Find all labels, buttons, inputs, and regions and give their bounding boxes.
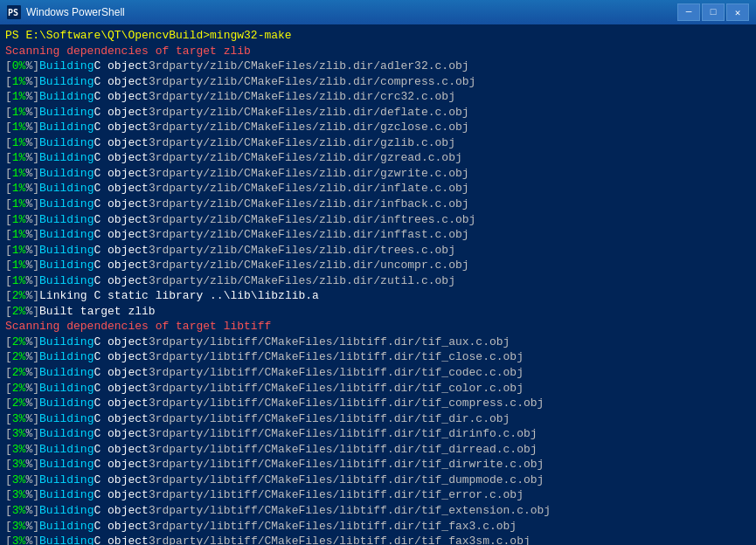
output-line: [ 3%%] Building C object 3rdparty/libtif… xyxy=(5,487,751,503)
close-button[interactable]: ✕ xyxy=(726,3,749,21)
output-line: Scanning dependencies of target libtiff xyxy=(5,319,751,335)
title-bar-text: Windows PowerShell xyxy=(26,6,672,18)
output-line: [ 2%%] Building C object 3rdparty/libtif… xyxy=(5,349,751,365)
output-line: [ 1%%] Building C object 3rdparty/zlib/C… xyxy=(5,197,751,212)
command-text: mingw32-make xyxy=(210,28,292,44)
output-line: [ 3%%] Building C object 3rdparty/libtif… xyxy=(5,457,751,473)
output-line: [ 3%%] Building C object 3rdparty/libtif… xyxy=(5,426,751,442)
output-line: [ 1%%] Building C object 3rdparty/zlib/C… xyxy=(5,273,751,289)
output-line: [ 3%%] Building C object 3rdparty/libtif… xyxy=(5,503,751,519)
output-lines: Scanning dependencies of target zlib[ 0%… xyxy=(5,44,751,545)
output-line: [ 1%%] Building C object 3rdparty/zlib/C… xyxy=(5,74,751,90)
output-line: [ 1%%] Building C object 3rdparty/zlib/C… xyxy=(5,166,751,182)
output-line: [ 1%%] Building C object 3rdparty/zlib/C… xyxy=(5,258,751,273)
output-line: [ 2%%] Building C object 3rdparty/libtif… xyxy=(5,365,751,381)
output-line: [ 3%%] Building C object 3rdparty/libtif… xyxy=(5,534,751,545)
title-bar-controls: ─ □ ✕ xyxy=(677,3,749,21)
powershell-icon: PS xyxy=(7,5,21,19)
maximize-button[interactable]: □ xyxy=(702,3,725,21)
output-line: [ 1%%] Building C object 3rdparty/zlib/C… xyxy=(5,243,751,259)
output-line: [ 3%%] Building C object 3rdparty/libtif… xyxy=(5,442,751,458)
output-line: [ 3%%] Building C object 3rdparty/libtif… xyxy=(5,473,751,488)
output-line: [ 2%%] Building C object 3rdparty/libtif… xyxy=(5,396,751,411)
output-line: [ 2%%] Building C object 3rdparty/libtif… xyxy=(5,381,751,397)
output-line: [ 1%%] Building C object 3rdparty/zlib/C… xyxy=(5,181,751,197)
output-line: [ 1%%] Building C object 3rdparty/zlib/C… xyxy=(5,150,751,166)
output-line: [ 2%%] Built target zlib xyxy=(5,304,751,320)
output-line: [ 3%%] Building C object 3rdparty/libtif… xyxy=(5,519,751,535)
output-line: [ 1%%] Building C object 3rdparty/zlib/C… xyxy=(5,89,751,105)
output-line: [ 1%%] Building C object 3rdparty/zlib/C… xyxy=(5,227,751,243)
output-line: [ 1%%] Building C object 3rdparty/zlib/C… xyxy=(5,212,751,228)
output-line: [ 0%%] Building C object 3rdparty/zlib/C… xyxy=(5,59,751,74)
prompt-text: PS E:\Software\QT\OpencvBuild> xyxy=(5,28,210,44)
output-line: Scanning dependencies of target zlib xyxy=(5,44,751,59)
output-line: [ 1%%] Building C object 3rdparty/zlib/C… xyxy=(5,105,751,121)
output-line: [ 2%%] Building C object 3rdparty/libtif… xyxy=(5,335,751,350)
minimize-button[interactable]: ─ xyxy=(677,3,700,21)
output-line: [ 2%%] Linking C static library ..\lib\l… xyxy=(5,288,751,304)
output-line: [ 3%%] Building C object 3rdparty/libtif… xyxy=(5,411,751,427)
svg-text:PS: PS xyxy=(8,8,18,17)
prompt-line: PS E:\Software\QT\OpencvBuild> mingw32-m… xyxy=(5,28,751,44)
output-line: [ 1%%] Building C object 3rdparty/zlib/C… xyxy=(5,120,751,135)
console-area: PS E:\Software\QT\OpencvBuild> mingw32-m… xyxy=(0,24,756,545)
title-bar: PS Windows PowerShell ─ □ ✕ xyxy=(0,0,756,24)
output-line: [ 1%%] Building C object 3rdparty/zlib/C… xyxy=(5,135,751,151)
